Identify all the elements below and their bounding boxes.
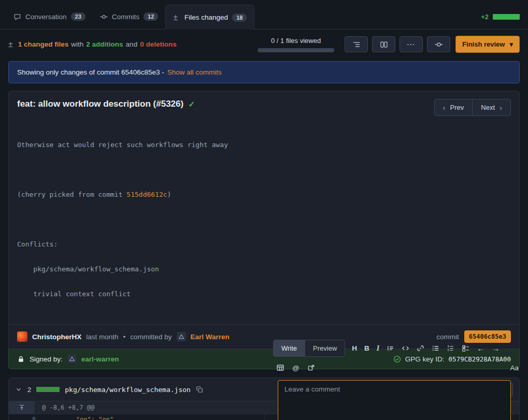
- committer-avatar[interactable]: [177, 332, 186, 341]
- italic-icon[interactable]: I: [377, 344, 379, 353]
- diffstat-additions: +2: [481, 13, 489, 21]
- conversation-count-badge: 23: [71, 12, 85, 21]
- signed-by-label: Signed by:: [30, 355, 63, 363]
- diff-options-button[interactable]: ···: [399, 36, 423, 52]
- tab-commits[interactable]: Commits 12: [93, 4, 166, 29]
- expand-up-icon: [18, 404, 25, 411]
- pull-request-files-page: Conversation 23 Commits 12 ± Files chang…: [0, 0, 528, 420]
- prev-label: Prev: [450, 104, 464, 111]
- blank-line: [17, 215, 511, 224]
- changed-files-link[interactable]: 1 changed files: [18, 40, 69, 48]
- file-name[interactable]: pkg/schema/workflow_schema.json: [65, 386, 191, 394]
- task-list-icon[interactable]: [462, 344, 469, 352]
- arrow-left-icon[interactable]: ←: [477, 344, 484, 353]
- bullet-list-icon[interactable]: [432, 344, 439, 352]
- select-commit-button[interactable]: [427, 36, 450, 52]
- commit-panel: feat: allow workflow description (#5326)…: [8, 91, 520, 349]
- tab-commits-label: Commits: [112, 13, 139, 21]
- expand-diff-button[interactable]: [9, 401, 35, 414]
- copy-file-path-button[interactable]: [196, 386, 203, 393]
- finish-review-label: Finish review: [462, 40, 505, 48]
- tab-write[interactable]: Write: [274, 340, 305, 356]
- comment-input[interactable]: [278, 380, 511, 420]
- blank-line: [17, 166, 511, 174]
- author-name[interactable]: ChristopherHX: [32, 333, 81, 341]
- diff-view-style-button[interactable]: [372, 36, 395, 52]
- banner-message: Showing only changes of commit 65406c85e…: [17, 68, 164, 76]
- line-number-old[interactable]: 8: [9, 414, 42, 420]
- chevron-right-icon: ›: [500, 105, 502, 110]
- lock-icon: [17, 355, 25, 363]
- summary-and: and: [126, 40, 138, 48]
- signer-name[interactable]: earl-warren: [81, 355, 119, 363]
- numbered-list-icon[interactable]: [447, 344, 454, 352]
- prev-commit-button[interactable]: ‹ Prev: [434, 99, 473, 116]
- status-check-icon: ✓: [188, 99, 195, 109]
- diff-icon: ±: [8, 40, 13, 49]
- chevron-left-icon: ‹: [443, 105, 446, 110]
- link-icon[interactable]: [417, 344, 424, 352]
- editor-toolbar: Write Preview H B I: [273, 340, 521, 357]
- author-avatar[interactable]: [17, 331, 27, 342]
- pr-tab-bar: Conversation 23 Commits 12 ± Files chang…: [0, 0, 528, 30]
- commit-header: feat: allow workflow description (#5326)…: [9, 91, 519, 118]
- hunk-header-text: @ -8,6 +8,7 @@: [35, 401, 102, 414]
- code-icon[interactable]: [402, 344, 409, 352]
- files-count-badge: 18: [232, 13, 247, 22]
- code-cell-old[interactable]: "on": "on",: [42, 414, 264, 420]
- table-icon[interactable]: [276, 364, 284, 372]
- files-viewed: 0 / 1 files viewed: [258, 37, 334, 52]
- diff-icon: ±: [173, 13, 178, 22]
- caret-down-icon: ▾: [509, 40, 513, 48]
- commit-message-line: Otherwise act would reject such workflow…: [17, 141, 511, 149]
- committer-name[interactable]: Earl Warren: [191, 333, 230, 341]
- committed-by-label: committed by: [130, 333, 172, 341]
- heading-icon[interactable]: H: [352, 344, 357, 352]
- fold-file-button[interactable]: [15, 386, 22, 393]
- split-view-icon: [380, 40, 388, 49]
- next-commit-button[interactable]: Next ›: [473, 99, 511, 116]
- write-preview-switch: Write Preview: [273, 340, 345, 357]
- cherry-pick-hash-link[interactable]: 515dd6612c: [126, 191, 167, 198]
- tab-preview[interactable]: Preview: [305, 340, 345, 356]
- editor-toolbar-row2: @ Aa: [273, 364, 521, 372]
- tab-files-changed[interactable]: ± Files changed 18: [165, 5, 254, 30]
- conversation-icon: [13, 13, 21, 21]
- file-tree-icon: [352, 40, 361, 49]
- commit-icon: [100, 13, 108, 21]
- file-lines-changed: 2: [27, 386, 31, 394]
- mention-icon[interactable]: @: [292, 364, 299, 372]
- format-buttons: H B I: [352, 344, 521, 353]
- text-size-icon[interactable]: Aa: [510, 364, 519, 372]
- diffstat-bar: [493, 14, 520, 20]
- summary-deletions: 0 deletions: [140, 40, 177, 48]
- commit-title: feat: allow workflow description (#5326)…: [17, 99, 195, 109]
- ellipsis-icon: ···: [407, 42, 416, 47]
- tab-conversation[interactable]: Conversation 23: [6, 4, 93, 29]
- finish-review-button[interactable]: Finish review ▾: [455, 36, 520, 53]
- summary-additions: 2 additions: [86, 40, 123, 48]
- commit-date: last month: [86, 333, 118, 341]
- quote-icon[interactable]: [387, 344, 394, 352]
- commit-message-line: Conflicts:: [17, 240, 511, 249]
- tab-conversation-label: Conversation: [25, 13, 67, 21]
- bold-icon[interactable]: B: [364, 344, 369, 352]
- reference-icon[interactable]: [307, 364, 315, 372]
- commit-message-body: Otherwise act would reject such workflow…: [9, 118, 519, 324]
- file-tree-toggle-button[interactable]: [345, 36, 368, 52]
- arrow-right-icon[interactable]: →: [492, 344, 500, 353]
- changed-files-toolbar: ± 1 changed files with 2 additions and 0…: [0, 30, 528, 58]
- file-diffstat-bar: [36, 387, 60, 392]
- single-commit-banner: Showing only changes of commit 65406c85e…: [8, 61, 520, 83]
- signer-avatar[interactable]: [67, 354, 77, 364]
- inline-comment-editor: Write Preview H B I: [273, 340, 521, 420]
- commit-message-line: pkg/schema/workflow_schema.json: [17, 265, 511, 273]
- diffstat: +2: [481, 4, 522, 29]
- commit-icon: [435, 40, 443, 49]
- commit-message-line: trivial context conflict: [17, 290, 511, 298]
- review-tools: 0 / 1 files viewed ···: [258, 36, 520, 53]
- changed-files-summary: ± 1 changed files with 2 additions and 0…: [8, 40, 177, 49]
- summary-with: with: [71, 40, 83, 48]
- commit-message-line: (cherry picked from commit 515dd6612c): [17, 191, 511, 199]
- show-all-commits-link[interactable]: Show all commits: [167, 68, 222, 76]
